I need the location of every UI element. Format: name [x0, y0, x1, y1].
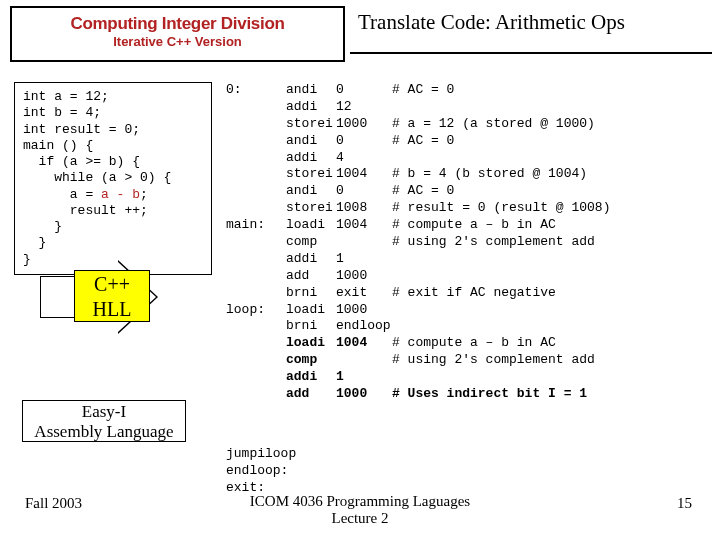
asm-r1-cmt: # AC = 0	[392, 82, 454, 97]
title-left: Computing Integer Division	[12, 14, 343, 34]
asm-r3-arg: 1000	[336, 116, 392, 133]
asm-r16-cmt: # compute a – b in AC	[392, 335, 556, 350]
cpp-code-box: int a = 12; int b = 4; int result = 0; m…	[14, 82, 212, 275]
asm-r19-cmt: # Uses indirect bit I = 1	[392, 386, 587, 401]
asm-r8-cmt: # result = 0 (result @ 1008)	[392, 200, 610, 215]
footer-center-1: ICOM 4036 Programming Laguages	[250, 493, 470, 509]
asm-r11-arg: 1	[336, 251, 392, 268]
asm-r4-arg: 0	[336, 133, 392, 150]
asm-r18-op: addi	[286, 369, 336, 386]
asm-r13-cmt: # exit if AC negative	[392, 285, 556, 300]
asm-r8-op: storei	[286, 200, 336, 217]
subtitle-left: Iterative C++ Version	[12, 34, 343, 49]
asm-r14-arg: 1000	[336, 302, 392, 319]
asm-r17-cmt: # using 2's complement add	[392, 352, 595, 367]
asm-r16-arg: 1004	[336, 335, 392, 352]
asm-r16-op: loadi	[286, 335, 336, 352]
asm-r10-cmt: # using 2's complement add	[392, 234, 595, 249]
asm-r19-op: add	[286, 386, 336, 403]
asm-r5-arg: 4	[336, 150, 392, 167]
footer-center: ICOM 4036 Programming Laguages Lecture 2	[0, 493, 720, 527]
asm-r13-arg: exit	[336, 285, 392, 302]
cpp-l6: while (a > 0) {	[23, 170, 171, 185]
asm-r2-arg: 12	[336, 99, 392, 116]
header-left-box: Computing Integer Division Iterative C++…	[10, 6, 345, 62]
asm-bottom: jumpiloop endloop: exit:	[226, 446, 296, 497]
asm-r7-arg: 0	[336, 183, 392, 200]
easy-i-box: Easy-I Assembly Language	[22, 400, 186, 442]
asm-r1-lbl: 0:	[226, 82, 286, 99]
asm-r3-op: storei	[286, 116, 336, 133]
asm-r15-arg: endloop	[336, 318, 392, 335]
cpp-l9: }	[23, 219, 62, 234]
asm-r5-op: addi	[286, 150, 336, 167]
asm-r9-cmt: # compute a – b in AC	[392, 217, 556, 232]
cpp-l3: int result = 0;	[23, 122, 140, 137]
asm-r1-arg: 0	[336, 82, 392, 99]
asmb-r2-lbl: endloop:	[226, 463, 288, 478]
asm-r6-op: storei	[286, 166, 336, 183]
asm-r15-op: brni	[286, 318, 336, 335]
asm-listing: 0:andi0# AC = 0 addi12 storei1000# a = 1…	[226, 82, 610, 403]
asm-r12-op: add	[286, 268, 336, 285]
asm-r12-arg: 1000	[336, 268, 392, 285]
asm-r1-op: andi	[286, 82, 336, 99]
asm-r14-op: loadi	[286, 302, 336, 319]
cpp-l4: main () {	[23, 138, 93, 153]
cpp-hll-1: C++	[75, 272, 149, 297]
asm-r3-cmt: # a = 12 (a stored @ 1000)	[392, 116, 595, 131]
title-right: Translate Code: Arithmetic Ops	[358, 10, 625, 35]
cpp-l7c: ;	[140, 187, 148, 202]
asm-r4-op: andi	[286, 133, 336, 150]
asm-r18-arg: 1	[336, 369, 392, 386]
cpp-l7r: a - b	[101, 187, 140, 202]
cpp-l1: int a = 12;	[23, 89, 109, 104]
cpp-l5: if (a >= b) {	[23, 154, 140, 169]
cpp-l2: int b = 4;	[23, 105, 101, 120]
asmb-r1-op: jumpi	[226, 446, 265, 461]
asm-r9-op: loadi	[286, 217, 336, 234]
footer-right: 15	[677, 495, 692, 512]
asm-r10-op: comp	[286, 234, 336, 251]
asm-r7-op: andi	[286, 183, 336, 200]
asm-r6-arg: 1004	[336, 166, 392, 183]
asm-r11-op: addi	[286, 251, 336, 268]
cpp-l8: result ++;	[23, 203, 148, 218]
asm-r2-op: addi	[286, 99, 336, 116]
footer-center-2: Lecture 2	[331, 510, 388, 526]
easy-2: Assembly Language	[23, 422, 185, 442]
asm-r14-lbl: loop:	[226, 302, 286, 319]
asm-r17-op: comp	[286, 352, 336, 369]
asm-r9-arg: 1004	[336, 217, 392, 234]
asm-r13-op: brni	[286, 285, 336, 302]
asm-r7-cmt: # AC = 0	[392, 183, 454, 198]
cpp-l7a: a =	[23, 187, 101, 202]
cpp-hll-label: C++ HLL	[74, 270, 150, 322]
asm-r6-cmt: # b = 4 (b stored @ 1004)	[392, 166, 587, 181]
asm-r19-arg: 1000	[336, 386, 392, 403]
easy-1: Easy-I	[23, 402, 185, 422]
asm-r8-arg: 1008	[336, 200, 392, 217]
cpp-hll-2: HLL	[75, 297, 149, 322]
cpp-l10: }	[23, 235, 46, 250]
asmb-r1-arg: loop	[265, 446, 296, 461]
asm-r9-lbl: main:	[226, 217, 286, 234]
header-divider	[350, 52, 712, 54]
asm-r4-cmt: # AC = 0	[392, 133, 454, 148]
